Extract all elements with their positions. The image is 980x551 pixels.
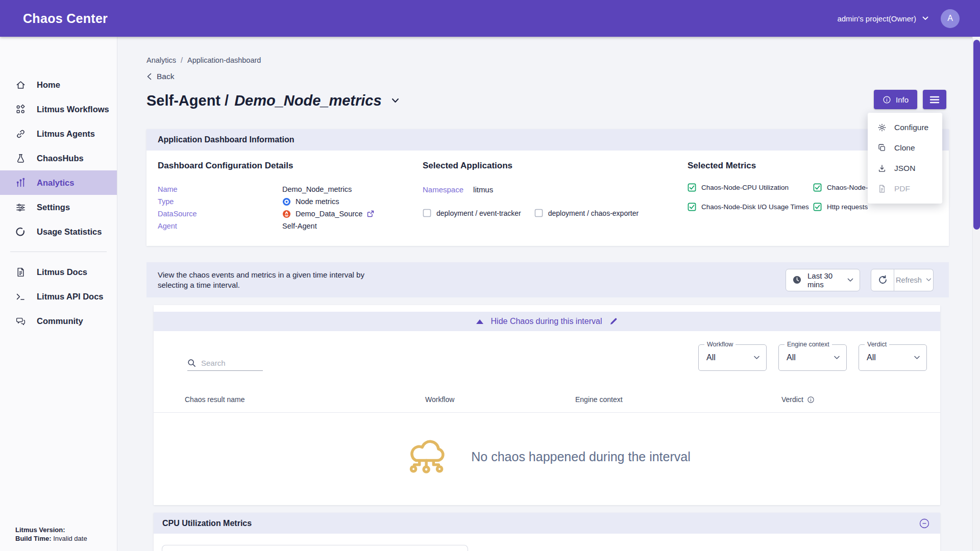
breadcrumb-application-dashboard[interactable]: Application-dashboard (187, 56, 261, 64)
cpu-metrics-header: CPU Utilization Metrics (154, 513, 940, 534)
checkbox-chaos-exporter[interactable]: deployment / chaos-exporter (534, 209, 639, 217)
file-icon (877, 184, 887, 193)
page-title: Self-Agent / Demo_Node_metrics (146, 92, 382, 109)
docs-icon (15, 267, 26, 278)
column-workflow: Workflow (425, 395, 575, 404)
main-content: Analytics / Application-dashboard Back S… (117, 37, 980, 551)
sidebar-item-litmus-docs[interactable]: Litmus Docs (0, 260, 117, 284)
sidebar-item-home[interactable]: Home (0, 72, 117, 97)
sidebar-item-label: Litmus Docs (37, 267, 87, 277)
info-circle-icon[interactable] (807, 396, 815, 404)
refresh-now-button[interactable] (871, 269, 894, 291)
version-label: Litmus Version: (15, 526, 65, 534)
chaos-interval-panel: Hide Chaos during this interval Workflow… (154, 305, 940, 505)
workflow-filter-label: Workflow (704, 341, 736, 348)
sidebar-item-chaoshubs[interactable]: ChaosHubs (0, 146, 117, 170)
page-title-agent: Self-Agent / (146, 92, 229, 109)
workflow-filter-select[interactable]: Workflow All (698, 344, 767, 371)
edit-pencil-icon[interactable] (609, 317, 618, 325)
checkbox-unchecked-icon (423, 209, 431, 217)
search-icon (187, 359, 196, 367)
scrollbar-thumb[interactable] (973, 40, 980, 230)
page-actions: Info (874, 90, 946, 109)
sidebar-divider (10, 252, 107, 252)
checkbox-label: deployment / chaos-exporter (548, 209, 639, 217)
time-range-select[interactable]: Last 30 mins (786, 269, 860, 291)
dashboard-switcher-chevron-icon[interactable] (391, 98, 399, 103)
app-title: Chaos Center (0, 11, 108, 26)
config-label: Type (158, 197, 282, 206)
sidebar-item-settings[interactable]: Settings (0, 195, 117, 219)
config-value: Self-Agent (282, 222, 317, 230)
verdict-filter-label: Verdict (865, 341, 889, 348)
filter-selects: Workflow All Engine context All Verdict … (698, 344, 927, 371)
gear-icon (877, 123, 887, 132)
more-options-button[interactable] (923, 90, 946, 109)
breadcrumb-analytics[interactable]: Analytics (146, 56, 176, 64)
build-time-label: Build Time: (15, 535, 52, 542)
agents-icon (15, 129, 26, 139)
menu-item-json[interactable]: JSON (868, 158, 942, 179)
checkbox-event-tracker[interactable]: deployment / event-tracker (423, 209, 521, 217)
verdict-filter-select[interactable]: Verdict All (859, 344, 927, 371)
selected-applications-title: Selected Applications (423, 161, 688, 171)
checkbox-checked-icon (813, 203, 822, 211)
sidebar-item-analytics[interactable]: Analytics (0, 170, 117, 195)
node-metrics-icon (282, 197, 291, 206)
sidebar-item-label: Litmus API Docs (37, 292, 104, 302)
table-header: Chaos result name Workflow Engine contex… (154, 395, 940, 404)
sidebar-item-community[interactable]: Community (0, 309, 117, 333)
config-row-name: Name Demo_Node_metrics (158, 183, 423, 195)
sidebar-item-label: Community (37, 316, 83, 326)
vertical-scrollbar[interactable] (972, 37, 980, 551)
namespace-label: Namespace (423, 185, 463, 194)
sidebar-item-litmus-workflows[interactable]: Litmus Workflows (0, 97, 117, 121)
hide-chaos-toggle[interactable]: Hide Chaos during this interval (154, 312, 940, 331)
menu-item-configure[interactable]: Configure (868, 117, 942, 138)
hamburger-menu-icon (929, 96, 940, 104)
sidebar-item-label: Analytics (37, 178, 74, 188)
menu-item-label: JSON (894, 164, 915, 173)
collapse-minus-icon[interactable] (919, 518, 930, 529)
cpu-metrics-panel: CPU Utilization Metrics (154, 513, 940, 551)
menu-item-pdf[interactable]: PDF (868, 179, 942, 199)
engine-context-filter-value: All (787, 353, 834, 362)
back-button[interactable]: Back (146, 72, 980, 81)
build-time-value: Invalid date (53, 535, 87, 542)
sidebar-item-litmus-agents[interactable]: Litmus Agents (0, 121, 117, 146)
checkbox-checked-icon (688, 203, 696, 211)
sidebar-item-label: Usage Statistics (37, 227, 102, 237)
dashboard-info-panel: Application Dashboard Information Dashbo… (146, 129, 949, 246)
breadcrumb-separator: / (181, 56, 183, 64)
project-selector[interactable]: admin's project(Owner) (837, 14, 928, 23)
hide-chaos-label: Hide Chaos during this interval (491, 317, 602, 326)
checkbox-http-requests[interactable]: Http requests (813, 203, 949, 211)
checkbox-disk-io-times[interactable]: Chaos-Node-Disk I/O Usage Times (688, 203, 813, 211)
refresh-interval-select[interactable]: Refresh (894, 269, 934, 291)
configuration-details-title: Dashboard Configuration Details (158, 161, 423, 171)
checkbox-cpu-utilization[interactable]: Chaos-Node-CPU Utilization (688, 183, 813, 192)
chevron-down-icon (834, 356, 840, 360)
checkbox-label: Chaos-Node-CPU Utilization (701, 184, 789, 191)
engine-context-filter-select[interactable]: Engine context All (778, 344, 847, 371)
workflows-icon (15, 104, 26, 115)
time-controls: Last 30 mins Refresh (786, 269, 934, 291)
avatar[interactable]: A (941, 9, 960, 28)
chaoshubs-icon (15, 153, 26, 164)
config-label: DataSource (158, 210, 282, 218)
sidebar-item-label: Litmus Agents (37, 129, 95, 139)
config-row-datasource: DataSource Demo_Data_Source (158, 208, 423, 220)
sidebar-item-usage-statistics[interactable]: Usage Statistics (0, 219, 117, 244)
time-interval-bar: View the chaos events and metrics in a g… (146, 262, 949, 297)
external-link-icon[interactable] (367, 210, 374, 217)
column-engine-context: Engine context (575, 395, 781, 404)
sidebar-item-litmus-api-docs[interactable]: Litmus API Docs (0, 284, 117, 309)
info-button[interactable]: Info (874, 90, 917, 109)
menu-item-clone[interactable]: Clone (868, 138, 942, 158)
cloud-network-icon (403, 434, 450, 479)
search-input[interactable] (201, 359, 257, 367)
table-header-divider (154, 412, 940, 413)
menu-item-label: Configure (894, 123, 928, 132)
page-title-dashboard: Demo_Node_metrics (234, 92, 382, 109)
refresh-icon (877, 274, 888, 285)
